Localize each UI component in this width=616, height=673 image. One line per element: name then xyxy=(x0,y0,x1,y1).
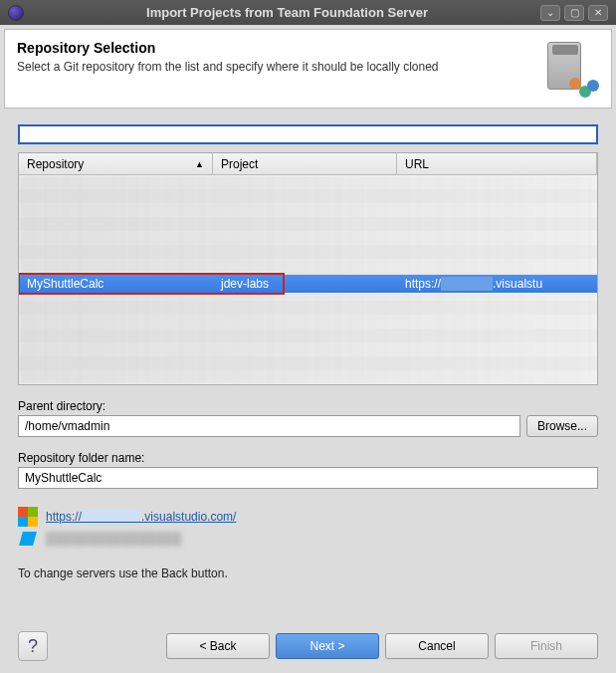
eclipse-icon xyxy=(8,5,24,21)
minimize-button[interactable]: ⌄ xyxy=(540,5,560,21)
parent-directory-label: Parent directory: xyxy=(18,399,598,413)
repo-folder-label: Repository folder name: xyxy=(18,451,598,465)
close-button[interactable]: ✕ xyxy=(588,5,608,21)
visualstudio-icon xyxy=(18,529,38,549)
secondary-link-blurred: ████████████████ xyxy=(46,532,181,546)
next-button[interactable]: Next > xyxy=(276,633,379,659)
back-button[interactable]: < Back xyxy=(166,633,270,659)
finish-button: Finish xyxy=(495,633,598,659)
maximize-button[interactable]: ▢ xyxy=(564,5,584,21)
cell-repository: MyShuttleCalc xyxy=(19,277,213,291)
sort-ascending-icon: ▲ xyxy=(195,159,204,169)
hint-text: To change servers use the Back button. xyxy=(18,566,598,580)
wizard-button-bar: ? < Back Next > Cancel Finish xyxy=(0,631,616,661)
microsoft-logo-icon xyxy=(18,507,38,527)
column-header-url[interactable]: URL xyxy=(397,153,597,174)
repository-filter-input[interactable] xyxy=(18,124,598,144)
cell-url: https://xxxxxxxx.visualstu xyxy=(397,277,597,291)
table-row-selected[interactable]: MyShuttleCalc jdev-labs https://xxxxxxxx… xyxy=(19,275,597,293)
parent-directory-input[interactable] xyxy=(18,415,520,437)
cell-project: jdev-labs xyxy=(213,277,397,291)
window-title: Import Projects from Team Foundation Ser… xyxy=(34,5,540,20)
help-button[interactable]: ? xyxy=(18,631,48,661)
column-label: Project xyxy=(221,157,258,171)
table-body[interactable]: MyShuttleCalc jdev-labs https://xxxxxxxx… xyxy=(19,175,597,384)
titlebar: Import Projects from Team Foundation Ser… xyxy=(0,0,616,25)
column-header-project[interactable]: Project xyxy=(213,153,397,174)
repository-table[interactable]: Repository ▲ Project URL MyShuttleCalc j… xyxy=(18,152,598,385)
column-label: Repository xyxy=(27,157,84,171)
server-link[interactable]: https://xxxxxxxxxx.visualstudio.com/ xyxy=(46,510,236,524)
page-title: Repository Selection xyxy=(17,40,541,56)
wizard-header: Repository Selection Select a Git reposi… xyxy=(4,29,612,109)
repo-folder-input[interactable] xyxy=(18,467,598,489)
browse-button[interactable]: Browse... xyxy=(526,415,598,437)
column-label: URL xyxy=(405,157,429,171)
server-users-icon xyxy=(541,40,599,98)
cancel-button[interactable]: Cancel xyxy=(385,633,489,659)
column-header-repository[interactable]: Repository ▲ xyxy=(19,153,213,174)
page-subtitle: Select a Git repository from the list an… xyxy=(17,60,541,74)
